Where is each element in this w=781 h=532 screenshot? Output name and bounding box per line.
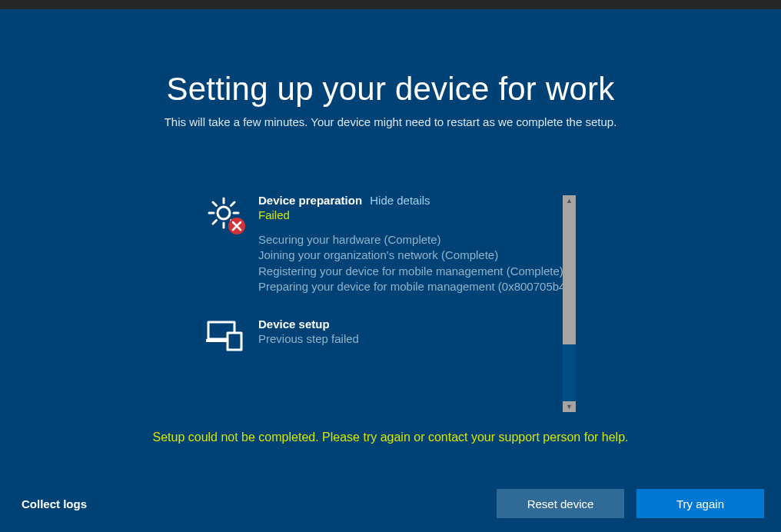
svg-rect-3 — [228, 333, 241, 350]
footer: Collect logs Reset device Try again — [0, 489, 781, 518]
error-message: Setup could not be completed. Please try… — [0, 431, 781, 444]
scrollbar[interactable]: ▲ ▼ — [563, 195, 576, 412]
scroll-thumb[interactable] — [563, 206, 576, 344]
hide-details-link[interactable]: Hide details — [370, 194, 430, 207]
device-setup-title: Device setup — [258, 318, 330, 331]
scroll-up-icon[interactable]: ▲ — [563, 195, 576, 206]
reset-device-button[interactable]: Reset device — [497, 489, 624, 518]
status-content: Device preparation Hide details Failed S… — [204, 194, 573, 376]
page-subtitle: This will take a few minutes. Your devic… — [0, 115, 781, 128]
detail-line: Joining your organization's network (Com… — [258, 248, 573, 263]
gear-error-icon — [204, 194, 258, 235]
window-top-bar — [0, 0, 781, 9]
devices-icon — [204, 318, 258, 353]
collect-logs-link[interactable]: Collect logs — [22, 497, 87, 510]
device-setup-status: Previous step failed — [258, 332, 573, 345]
device-setup-section: Device setup Previous step failed — [204, 318, 573, 353]
device-preparation-details: Securing your hardware (Complete) Joinin… — [258, 232, 573, 294]
device-preparation-status: Failed — [258, 208, 573, 221]
detail-line: Preparing your device for mobile managem… — [258, 279, 573, 294]
detail-line: Securing your hardware (Complete) — [258, 232, 573, 248]
device-preparation-section: Device preparation Hide details Failed S… — [204, 194, 573, 294]
oobe-page: Setting up your device for work This wil… — [0, 9, 781, 532]
detail-line: Registering your device for mobile manag… — [258, 264, 573, 279]
try-again-button[interactable]: Try again — [636, 489, 764, 518]
device-preparation-title: Device preparation — [258, 194, 362, 207]
svg-point-0 — [218, 207, 230, 219]
page-title: Setting up your device for work — [0, 9, 781, 108]
scroll-down-icon[interactable]: ▼ — [563, 401, 576, 412]
